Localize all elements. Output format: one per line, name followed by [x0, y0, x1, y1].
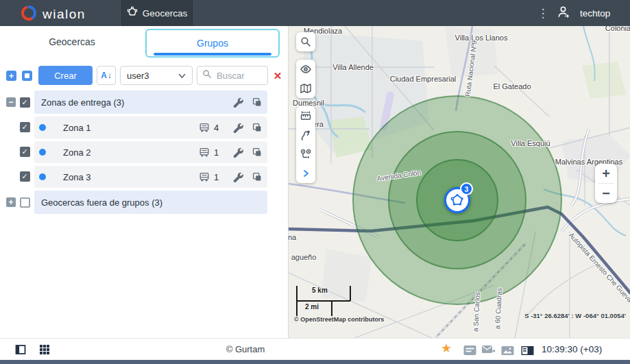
geofence-color-dot [39, 149, 46, 156]
clear-filter-button[interactable]: ✕ [271, 69, 284, 82]
top-bar: wialon Geocercas ⋮ tech [0, 0, 630, 26]
map-search-button[interactable] [296, 32, 315, 51]
map-base-layer [289, 26, 630, 338]
geofence-row-zona-3[interactable]: Zona 3 1 [0, 166, 288, 188]
geofence-row-zona-1[interactable]: Zona 1 4 [0, 117, 288, 138]
user-filter-dropdown[interactable]: user3 [120, 66, 193, 85]
route-button[interactable] [296, 125, 315, 145]
group-checkbox[interactable] [20, 197, 30, 208]
sort-arrow-icon: ↓ [108, 71, 112, 80]
favorites-star-icon[interactable]: ★ [441, 341, 452, 356]
map-attribution: © OpenStreetMap contributors [294, 316, 384, 323]
user-filter-value: user3 [127, 71, 178, 81]
sort-button[interactable]: A ↓ [97, 66, 116, 85]
group-row-zonas-de-entrega[interactable]: − Zonas de entrega (3) [0, 90, 288, 114]
wialon-window: wialon Geocercas ⋮ tech [0, 0, 630, 364]
unit-count: 1 [214, 147, 219, 158]
app-tab-label: Geocercas [143, 8, 187, 19]
collapse-group-button[interactable]: − [6, 97, 16, 107]
geofence-checkbox[interactable] [20, 147, 30, 157]
copy-icon[interactable] [252, 122, 263, 133]
copy-icon[interactable] [252, 97, 263, 108]
clock: 10:39:30 (+03) [542, 344, 602, 354]
geofence-marker-icon [450, 193, 465, 208]
top-menu-button[interactable]: ⋮ [535, 0, 551, 26]
expand-tools-button[interactable] [296, 164, 315, 183]
wialon-logo[interactable]: wialon [21, 5, 86, 24]
chevron-down-icon [178, 69, 186, 82]
cluster-count-badge: 3 [460, 182, 473, 195]
copy-icon[interactable] [252, 171, 263, 182]
search-icon [202, 69, 212, 82]
bottom-bar: © Gurtam ★ 10:39:30 (+03) [0, 338, 630, 360]
map-view-controls [296, 60, 315, 98]
geofence-icon [127, 6, 138, 20]
map-canvas[interactable]: MendiolazaVilla Los LlanosColonia RVilla… [288, 26, 630, 338]
sort-letter: A [101, 71, 107, 80]
track-points-button[interactable] [296, 145, 315, 164]
zoom-out-button[interactable]: − [595, 184, 617, 203]
expand-all-button[interactable]: + [6, 71, 16, 81]
mail-send-icon[interactable] [481, 345, 496, 357]
tab-groups-label: Grupos [197, 38, 228, 49]
window-bottom-strip [0, 360, 630, 364]
unit-icon [199, 171, 210, 182]
select-all-button[interactable] [22, 71, 32, 81]
group-row-geocercas-fuera-de-grupos[interactable]: + Geocercas fuera de grupos (3) [0, 191, 288, 214]
tab-geofences[interactable]: Geocercas [0, 26, 144, 58]
apps-grid-button[interactable] [39, 344, 50, 358]
unit-icon [199, 147, 210, 158]
copy-icon[interactable] [252, 147, 263, 158]
active-tab-underline [154, 53, 271, 56]
user-icon [557, 5, 570, 21]
geofences-panel: Geocercas Grupos + Crear A ↓ user3 [0, 26, 288, 338]
search-input[interactable] [215, 70, 263, 82]
geofence-row-zona-2[interactable]: Zona 2 1 [0, 141, 288, 163]
cursor-coordinates: S -31° 26.6284' : W -064° 01.0054' [524, 312, 626, 319]
wrench-icon[interactable] [232, 171, 243, 182]
gurtam-copyright: © Gurtam [226, 344, 265, 354]
unit-icon [199, 122, 210, 133]
app-tab-geofences[interactable]: Geocercas [121, 0, 193, 26]
geofence-checkbox[interactable] [20, 171, 30, 182]
user-name: techtop [580, 8, 610, 19]
group-name: Geocercas fuera de grupos (3) [41, 197, 162, 208]
map-tool-controls [296, 106, 315, 183]
wrench-icon[interactable] [232, 147, 243, 158]
visibility-eye-button[interactable] [296, 60, 315, 79]
tab-groups[interactable]: Grupos [145, 29, 280, 58]
unit-count: 1 [214, 172, 219, 182]
image-icon[interactable] [501, 345, 514, 358]
wrench-icon[interactable] [232, 122, 243, 133]
tab-geofences-label: Geocercas [49, 36, 95, 47]
user-menu[interactable]: techtop [557, 0, 610, 26]
zoom-in-button[interactable]: + [595, 164, 617, 183]
geofence-checkbox[interactable] [20, 122, 30, 132]
zoom-control: + − [595, 164, 617, 203]
group-checkbox[interactable] [20, 97, 30, 108]
map-layers-button[interactable] [296, 79, 315, 98]
notifications-icon[interactable] [463, 345, 476, 358]
expand-group-button[interactable]: + [6, 197, 16, 207]
wialon-logo-text: wialon [43, 7, 86, 22]
geofence-name: Zona 3 [63, 172, 90, 182]
split-panel-icon[interactable] [521, 345, 534, 358]
panel-layout-button[interactable] [15, 344, 26, 358]
geofence-color-dot [39, 124, 46, 131]
wialon-logo-icon [21, 5, 37, 24]
unit-count: 4 [214, 123, 219, 133]
geofence-name: Zona 1 [63, 123, 90, 133]
geofence-name: Zona 2 [63, 147, 90, 158]
ruler-button[interactable] [296, 106, 315, 125]
geofence-color-dot [39, 173, 46, 180]
group-name: Zonas de entrega (3) [41, 97, 124, 108]
search-box [197, 66, 268, 85]
wrench-icon[interactable] [232, 97, 243, 108]
create-button[interactable]: Crear [38, 66, 93, 85]
